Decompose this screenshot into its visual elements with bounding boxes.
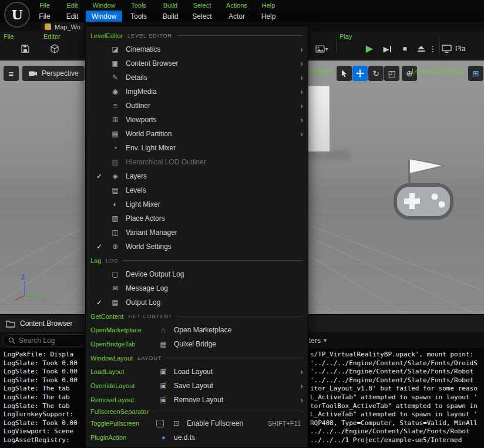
menu-extension-tag-edit: Edit [59, 2, 86, 9]
filters-label-fragment: ters [309, 336, 321, 345]
scale-tool-button[interactable]: ◰ [384, 66, 399, 81]
shortcut-label: SHIFT+F11 [268, 420, 301, 427]
log-left-column: LogPakFile: DisplaLogSlate: Took 0.00Log… [4, 351, 85, 445]
filters-dropdown[interactable]: ters ▾ [309, 334, 327, 346]
menu-item-open-marketplace[interactable]: OpenMarketplace⌂Open Marketplace [86, 323, 308, 337]
menubar-item-file[interactable]: File [31, 11, 59, 22]
menu-item-message-log[interactable]: ✉Message Log [86, 281, 308, 295]
save-button[interactable] [16, 41, 34, 57]
check-mark: ✓ [90, 242, 108, 251]
menu-separator-fullscreenseparator: FullscreenSeparator [86, 407, 308, 416]
menu-item-details[interactable]: ✎Details› [86, 70, 308, 85]
menubar-item-help[interactable]: Help [255, 11, 282, 22]
select-tool-button[interactable] [337, 66, 352, 81]
menu-section-header-getcontent: GetContentGET CONTENT [86, 309, 308, 323]
menu-item-output-log[interactable]: ✓▤Output Log [86, 295, 308, 309]
menu-item-outliner[interactable]: ≡Outliner› [86, 99, 308, 113]
menubar-item-edit[interactable]: Edit [59, 11, 86, 22]
play-button[interactable]: ▶ [361, 41, 378, 57]
menu-item-save-layout[interactable]: OverrideLayout▣Save Layout› [86, 379, 308, 393]
menu-item-place-actors[interactable]: ▧Place Actors [86, 211, 308, 225]
menubar-item-window[interactable]: Window [86, 11, 122, 22]
menu-item-device-output-log[interactable]: ▢Device Output Log [86, 267, 308, 281]
perspective-dropdown[interactable]: Perspective [22, 66, 85, 81]
toolbar-separator [336, 38, 337, 55]
folder-icon [6, 319, 15, 328]
menu-item-cinematics[interactable]: ◪Cinematics› [86, 42, 308, 56]
extension-tag-leveleditor: LevelEditor [90, 32, 123, 39]
log-line: LogSlate: Took 0.00 [4, 368, 85, 376]
menu-item-load-layout[interactable]: LoadLayout▣Load Layout› [86, 365, 308, 379]
check-mark: ✓ [90, 172, 108, 180]
separator-line [167, 358, 304, 358]
log-line: LogSlate: Took 0.00 [4, 376, 85, 385]
menu-item-content-browser[interactable]: ▣Content Browser› [86, 56, 308, 70]
menu-item-imgmedia[interactable]: ◉ImgMedia› [86, 85, 308, 99]
chevron-down-icon: ▾ [324, 337, 327, 343]
axis-z-label: Z [21, 274, 25, 281]
menu-item-remove-layout[interactable]: RemoveLayout▣Remove Layout› [86, 393, 308, 407]
menu-item-levels[interactable]: ▤Levels [86, 183, 308, 197]
log-line: RQP408, Type=Computer, Status=Valid, Min… [310, 419, 484, 428]
menu-item-quixel-bridge[interactable]: OpenBridgeTab▦Quixel Bridge [86, 337, 308, 351]
player-start-actor[interactable] [379, 156, 461, 238]
level-tab-label: Map_Wo [55, 23, 80, 31]
stop-button[interactable]: ■ [396, 41, 414, 57]
content-browser-title: Content Browser [20, 319, 72, 328]
menu-item-label: Light Mixer [126, 200, 160, 208]
log-right-column: s/TP_VirtualRealityBP.upack', mount poin… [310, 351, 484, 445]
frame-skip-button[interactable]: ▶ [378, 41, 396, 57]
grid-snap-toggle-button[interactable]: ⊞ [468, 66, 483, 81]
log-line: '../../../Engine/Content/Slate/Fonts/Rob… [310, 376, 484, 385]
play-options-kebab-button[interactable]: ⋮ [428, 41, 438, 57]
separator-line [177, 316, 303, 316]
eject-icon [417, 45, 425, 53]
log-line: ../../../Engine/Content/Slate/Fonts/Robo… [310, 427, 484, 436]
menu-item-enable-fullscreen[interactable]: ToggleFullscreen⊡Enable FullscreenSHIFT+… [86, 416, 308, 430]
move-icon [356, 69, 364, 78]
move-tool-button[interactable] [352, 66, 368, 81]
hlod-outliner-icon: ▥ [108, 158, 122, 166]
menu-item-ue-d-ts[interactable]: PluginAction◕ue.d.ts [86, 430, 308, 444]
viewport-options-button[interactable]: ≡ [4, 66, 19, 81]
extension-tag-pluginaction: PluginAction [90, 434, 156, 441]
menu-item-label: Open Marketplace [174, 326, 231, 334]
rotate-tool-button[interactable]: ↻ [368, 66, 384, 81]
selection-mode-dropdown[interactable]: ▾ [309, 41, 335, 57]
toolbar-separator-2 [439, 38, 440, 55]
unreal-engine-logo[interactable]: U [4, 2, 30, 28]
unreal-editor-window: FileEditWindowToolsBuildSelectActionsHel… [0, 0, 484, 448]
menu-item-label: Outliner [126, 102, 150, 110]
save-icon [21, 44, 30, 53]
menubar-item-build[interactable]: Build [155, 11, 186, 22]
menu-item-label: Device Output Log [126, 270, 184, 278]
chevron-down-icon: ▾ [325, 46, 328, 52]
menu-item-viewports[interactable]: ⊞Viewports› [86, 113, 308, 127]
menu-item-label: Variant Manager [126, 228, 177, 237]
editor-modes-button[interactable] [46, 41, 63, 57]
fullscreen-checkbox[interactable] [156, 420, 164, 427]
level-tab[interactable]: Map_Wo [41, 22, 84, 31]
menu-item-world-partition[interactable]: ▦World Partition› [86, 127, 308, 141]
menu-item-light-mixer[interactable]: ◐Light Mixer [86, 197, 308, 211]
menu-item-variant-manager[interactable]: ◫Variant Manager [86, 225, 308, 240]
log-line: ../../../1 Project/example-ue5/Intermed [310, 436, 484, 445]
menubar-item-select[interactable]: Select [186, 11, 219, 22]
ue-dts-icon: ◕ [156, 433, 170, 442]
menubar-item-actor[interactable]: Actor [219, 11, 255, 22]
light-mixer-icon: ◐ [108, 200, 122, 208]
menu-section-header-windowlayout: WindowLayoutLAYOUT [86, 351, 308, 365]
env-light-mixer-icon: ◔ [108, 144, 122, 152]
log-line: s/TP_VirtualRealityBP.upack', mount poin… [310, 351, 484, 359]
menu-item-layers[interactable]: ✓◈Layers [86, 169, 308, 183]
device-output-log-icon: ▢ [108, 270, 122, 278]
platforms-dropdown[interactable]: Pla [442, 41, 465, 57]
menu-item-label: Cinematics [126, 45, 160, 53]
menu-extension-tag-tools: Tools [122, 2, 155, 9]
menu-extension-tag-select: Select [186, 2, 219, 9]
log-line: LogSlate: Took 0.00 [4, 359, 85, 368]
menu-item-world-settings[interactable]: ✓⊕World Settings [86, 240, 308, 254]
menu-item-label: Layers [126, 172, 147, 180]
menu-item-env-light-mixer[interactable]: ◔Env. Light Mixer [86, 141, 308, 155]
menubar-item-tools[interactable]: Tools [122, 11, 155, 22]
